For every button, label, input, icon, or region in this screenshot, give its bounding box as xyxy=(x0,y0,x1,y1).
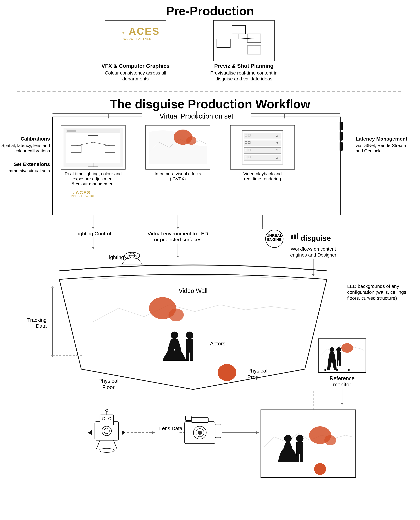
vp-item3-label-2: real-time rendering xyxy=(244,176,281,181)
calibrations-detail-2: colour calibrations xyxy=(14,148,50,153)
main-camera-bump xyxy=(191,417,208,423)
aces-partner-label: PRODUCT PARTNER xyxy=(120,37,151,40)
vp-item3-server4 xyxy=(244,155,281,161)
ref-monitor-label-2: monitor xyxy=(333,381,351,388)
ref-dot1 xyxy=(324,369,326,371)
ref-blob xyxy=(341,343,353,353)
robot-head xyxy=(100,415,113,425)
lens-data-dashed-head xyxy=(152,431,155,434)
actor2-leg-right xyxy=(190,353,193,361)
lighting-control-label: Lighting Control xyxy=(75,231,111,236)
vp-item2-label-2: (ICVFX) xyxy=(170,176,186,181)
vp-item3-server2 xyxy=(244,140,281,146)
workflow-title: The disguise Production Workflow xyxy=(110,97,310,111)
aces-small-text: ACES xyxy=(75,190,91,195)
actor2-torso xyxy=(186,339,193,353)
stage-blob-tail xyxy=(168,309,184,321)
main-diagram: Pre-Production ★ ACES PRODUCT PARTNER VF… xyxy=(0,0,420,520)
vp-item1-label-1: Real-time lighting, colour and xyxy=(65,171,122,176)
ref-actor2-leg2 xyxy=(339,361,341,366)
vp-item1-label-2: exposure adjustment xyxy=(73,176,114,181)
vp-item1-label-3: & colour management xyxy=(72,181,115,186)
unreal-logo-text1: UNREAL xyxy=(267,233,282,238)
ref-actor2-leg1 xyxy=(337,361,338,366)
vfx-label-normal-1: Colour consistency across all xyxy=(105,70,166,75)
physical-prop-circle xyxy=(218,364,236,381)
bottom-orange-dot xyxy=(314,463,326,475)
latency-detail-1: via D3Net, RenderStream xyxy=(356,143,406,148)
physical-floor-label: Physical xyxy=(98,378,118,384)
physical-prop-label-1: Physical xyxy=(247,368,267,374)
main-camera-handle xyxy=(215,424,221,438)
physical-prop-label-2: Prop xyxy=(247,374,259,380)
ref-monitor-box xyxy=(318,339,366,372)
aces-star-icon: ★ xyxy=(122,31,125,35)
lighting-arrow-head xyxy=(92,247,94,249)
aces-text: ACES xyxy=(129,26,160,37)
vfx-label-normal-2: departments xyxy=(122,76,149,82)
dis-bar-3 xyxy=(340,142,343,151)
calibrations-label: Calibrations xyxy=(21,136,50,141)
video-wall-label: Video Wall xyxy=(179,287,208,294)
workflows-label-2: engines and Designer xyxy=(290,252,336,258)
workflows-label-1: Workflows on content xyxy=(291,246,336,252)
unreal-logo-text2: ENGINE xyxy=(267,238,281,242)
pre-production-title: Pre-Production xyxy=(166,4,254,18)
vp-item3-server3 xyxy=(244,148,281,153)
mid-arrow-center-head xyxy=(177,227,179,229)
actor2-leg-left xyxy=(186,353,189,361)
latency-detail-2: and Genlock xyxy=(356,148,381,153)
vp-item2-blob-tail xyxy=(186,136,196,145)
dis-logo-bar3 xyxy=(297,233,298,239)
camera-to-frame-head xyxy=(256,431,259,434)
vp-item1-screen xyxy=(66,129,120,163)
dis-logo-bar1 xyxy=(291,235,293,239)
vp-item3-server1 xyxy=(244,133,281,139)
tracking-label-1: Tracking xyxy=(27,317,46,323)
calibrations-detail-1: Spatial, latency, lens and xyxy=(1,143,50,148)
vp-item3-label-1: Video playback and xyxy=(243,171,282,176)
ref-actor1-head xyxy=(330,347,334,352)
actor2-head xyxy=(186,332,193,339)
bottom-actor2-leg1 xyxy=(296,454,299,462)
tracking-label-2: Data xyxy=(36,323,47,329)
actor1-head xyxy=(171,332,178,339)
robot-arrow-right xyxy=(122,430,125,435)
ref-actor2-body xyxy=(337,352,341,361)
bottom-actor1-head xyxy=(284,435,292,442)
previz-label-normal-2: disguise and validate ideas xyxy=(215,76,272,82)
dis-bar-2 xyxy=(340,132,343,141)
ref-dot2 xyxy=(336,369,338,371)
lens-data-label: Lens Data xyxy=(159,425,182,431)
physical-floor-label-2: Floor xyxy=(102,384,115,390)
vp-item1-titlebar-line xyxy=(68,130,76,132)
robot-arrow-left xyxy=(88,430,92,435)
aces-small-star: ★ xyxy=(73,192,75,194)
robot-leg-right xyxy=(113,440,117,449)
virtual-env-label-2: or projected surfaces xyxy=(154,237,202,242)
lighting-label: Lighting xyxy=(106,254,124,260)
dis-logo-bar2 xyxy=(294,235,296,239)
bottom-actor2-head xyxy=(296,435,303,442)
set-extensions-label: Set Extensions xyxy=(14,161,50,167)
disguise-arrow-head xyxy=(312,274,315,276)
main-camera-viewfinder xyxy=(185,416,191,420)
ref-actor2-head xyxy=(336,347,341,352)
virtual-env-label-1: Virtual environment to LED xyxy=(148,231,208,236)
disguise-logo-text: disguise xyxy=(300,234,331,242)
led-label-2: configuration (walls, ceilings, xyxy=(347,290,407,295)
led-label-3: floors, curved structure) xyxy=(347,296,397,301)
latency-label: Latency Management xyxy=(356,136,407,141)
bottom-frame-box xyxy=(261,410,356,477)
ref-monitor-label-1: Reference xyxy=(330,375,355,381)
previz-label-bold: Previz & Shot Planning xyxy=(214,63,273,69)
venv-arrow-head xyxy=(177,256,179,258)
dis-bar-1 xyxy=(340,122,343,130)
set-extensions-detail: Immersive virtual sets xyxy=(8,168,50,173)
vp-item2-label-1: In-camera visual effects xyxy=(155,171,201,176)
bottom-actor2-torso xyxy=(296,442,303,454)
mid-arrow-left-head xyxy=(92,227,94,229)
previz-label-normal-1: Previsualise real-time content in xyxy=(210,70,278,75)
mid-arrow-right-head xyxy=(261,227,264,229)
ref-to-bottom-head xyxy=(341,403,343,405)
